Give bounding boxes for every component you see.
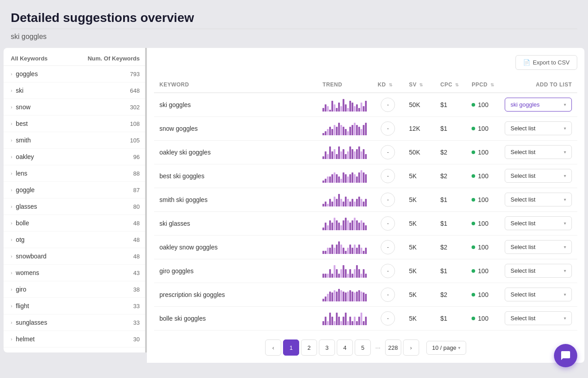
trend-bar bbox=[356, 265, 358, 278]
trend-bar bbox=[329, 248, 331, 254]
chevron-right-icon: › bbox=[11, 287, 12, 292]
trend-bar bbox=[347, 131, 349, 135]
page-1-button[interactable]: 1 bbox=[283, 339, 299, 356]
ppcd-status-dot bbox=[472, 198, 475, 202]
trend-bar bbox=[338, 223, 340, 230]
select-list-cell: Select list ▾ bbox=[499, 188, 577, 211]
trend-bar bbox=[327, 129, 329, 135]
sidebar-item-count: 29 bbox=[133, 352, 140, 353]
select-list-button[interactable]: Select list ▾ bbox=[505, 193, 572, 206]
trend-bar bbox=[345, 154, 347, 159]
sidebar-item[interactable]: › glasses 80 bbox=[4, 198, 147, 215]
trend-bar bbox=[331, 245, 333, 254]
trend-bar bbox=[340, 245, 342, 254]
prev-page-button[interactable]: ‹ bbox=[265, 339, 281, 356]
export-csv-button[interactable]: 📄 Export to CSV bbox=[515, 55, 577, 70]
trend-bar bbox=[329, 176, 331, 183]
sidebar-item-label: snow bbox=[16, 103, 130, 111]
chevron-down-icon: ▾ bbox=[564, 268, 566, 273]
trend-bar bbox=[331, 274, 333, 278]
sidebar-item-count: 105 bbox=[130, 137, 140, 144]
sidebar-item[interactable]: › oakley 96 bbox=[4, 149, 147, 165]
select-list-button[interactable]: Select list ▾ bbox=[505, 240, 572, 254]
trend-bar bbox=[331, 202, 333, 206]
trend-bar bbox=[327, 294, 329, 301]
sidebar-item[interactable]: › womens 43 bbox=[4, 265, 147, 281]
chat-support-button[interactable] bbox=[554, 344, 577, 366]
page-4-button[interactable]: 4 bbox=[337, 339, 353, 356]
select-list-button[interactable]: Select list ▾ bbox=[505, 216, 572, 230]
page-5-button[interactable]: 5 bbox=[355, 339, 371, 356]
sidebar-item[interactable]: › goggles 793 bbox=[4, 66, 147, 82]
sidebar-item[interactable]: › giro 38 bbox=[4, 281, 147, 298]
chevron-right-icon: › bbox=[11, 72, 12, 77]
ppcd-cell: 100 bbox=[466, 188, 499, 212]
select-list-button[interactable]: Select list ▾ bbox=[505, 121, 572, 135]
select-list-button[interactable]: Select list ▾ bbox=[505, 145, 572, 159]
select-list-button[interactable]: ski goggles ▾ bbox=[505, 98, 572, 112]
sidebar-item-count: 38 bbox=[133, 286, 140, 293]
trend-bar bbox=[363, 321, 365, 325]
ppcd-cell: 100 bbox=[466, 141, 499, 164]
table-row: best ski goggles - 5K $2 100 Select list… bbox=[154, 164, 577, 188]
sidebar-items: › goggles 793 › ski 648 › snow 302 › bes… bbox=[4, 66, 147, 352]
trend-bar bbox=[336, 292, 338, 301]
sidebar-item[interactable]: › helmet 30 bbox=[4, 331, 147, 348]
sidebar-item[interactable]: › sunglasses 33 bbox=[4, 314, 147, 331]
select-list-button[interactable]: Select list ▾ bbox=[505, 264, 572, 278]
page-2-button[interactable]: 2 bbox=[301, 339, 317, 356]
sidebar-item[interactable]: › bolle 48 bbox=[4, 215, 147, 232]
trend-cell bbox=[317, 236, 372, 259]
trend-bars bbox=[322, 98, 367, 112]
sidebar-item[interactable]: › otg 48 bbox=[4, 232, 147, 248]
select-list-cell: ski goggles ▾ bbox=[499, 93, 577, 116]
ppcd-cell: 100 bbox=[466, 283, 499, 307]
sidebar-item[interactable]: › goggle 87 bbox=[4, 182, 147, 198]
sidebar-item[interactable]: › ski 648 bbox=[4, 82, 147, 99]
sidebar-item-label: flight bbox=[16, 302, 133, 309]
trend-bars bbox=[322, 193, 367, 206]
per-page-selector[interactable]: 10 / page ▾ bbox=[426, 341, 466, 355]
sidebar-item[interactable]: › smith 105 bbox=[4, 132, 147, 149]
ppcd-value: 100 bbox=[478, 267, 488, 275]
trend-bar bbox=[322, 204, 324, 206]
trend-bar bbox=[352, 103, 353, 112]
select-list-button[interactable]: Select list ▾ bbox=[505, 311, 572, 325]
trend-bar bbox=[358, 197, 360, 206]
sidebar-item[interactable]: › deck 29 bbox=[4, 348, 147, 352]
col-cpc[interactable]: CPC ⇅ bbox=[435, 77, 466, 93]
col-kd[interactable]: KD ⇅ bbox=[372, 77, 403, 93]
table-row: snow goggles - 12K $1 100 Select list ▾ bbox=[154, 117, 577, 141]
sidebar-item[interactable]: › snowboard 48 bbox=[4, 248, 147, 265]
trend-bar bbox=[343, 99, 344, 112]
trend-bar bbox=[340, 321, 342, 325]
trend-bar bbox=[343, 127, 344, 135]
sidebar-item[interactable]: › flight 33 bbox=[4, 298, 147, 314]
select-list-button[interactable]: Select list ▾ bbox=[505, 169, 572, 183]
trend-bar bbox=[322, 228, 324, 230]
sidebar-resize-handle[interactable] bbox=[145, 48, 147, 352]
sidebar-item-count: 302 bbox=[130, 104, 140, 111]
ppcd-value: 100 bbox=[478, 101, 488, 108]
sidebar-col1-label: All Keywords bbox=[11, 55, 47, 62]
sidebar-item[interactable]: › best 108 bbox=[4, 116, 147, 132]
trend-bars bbox=[322, 264, 367, 278]
sidebar-item[interactable]: › snow 302 bbox=[4, 99, 147, 116]
ppcd-value: 100 bbox=[478, 244, 488, 251]
trend-bar bbox=[345, 251, 347, 254]
kd-cell: - bbox=[372, 117, 403, 141]
next-page-button[interactable]: › bbox=[403, 339, 419, 356]
sidebar-item-count: 108 bbox=[130, 120, 140, 127]
trend-bar bbox=[338, 241, 340, 254]
col-ppcd[interactable]: PPCD ⇅ bbox=[466, 77, 499, 93]
trend-bar bbox=[354, 292, 356, 301]
trend-bar bbox=[322, 156, 324, 159]
select-list-button[interactable]: Select list ▾ bbox=[505, 288, 572, 301]
page-3-button[interactable]: 3 bbox=[319, 339, 335, 356]
chevron-right-icon: › bbox=[11, 320, 12, 325]
col-sv[interactable]: SV ⇅ bbox=[403, 77, 435, 93]
last-page-button[interactable]: 228 bbox=[385, 339, 401, 356]
sidebar: All Keywords Num. Of Keywords › goggles … bbox=[4, 48, 147, 352]
sidebar-item[interactable]: › lens 88 bbox=[4, 165, 147, 182]
trend-bar bbox=[334, 172, 335, 183]
